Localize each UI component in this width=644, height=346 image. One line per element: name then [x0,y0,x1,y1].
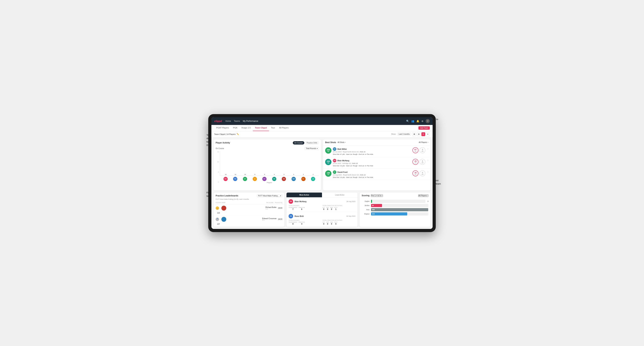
nav-link-performance[interactable]: My Performance [243,119,258,123]
stats-rounds-0: Total Rounds Tournament 7 Practice [288,205,322,210]
y-label-0: 0 [218,181,219,183]
shot-stats-2: 16 yds 0 yds [412,170,426,176]
card-header-activity: Player Activity On Course Practice Drill… [214,140,321,146]
app-label-1: APP [326,222,329,223]
eagles-track [371,200,426,203]
shot-details-0: Shot Dist: 67 yds · Start Lie: Rough · E… [333,154,411,155]
view-grid1-btn[interactable]: ⊞ [412,132,416,136]
leaderboard-filter-btn[interactable]: PUTT Must Make Putting ... ▾ [257,194,282,197]
rounds-title-1: Total Rounds [288,219,322,221]
shot-player-info-0: MM Matt Miller 09 Jun 2023 · Royal North… [333,147,411,155]
scoring-title: Scoring [362,194,370,197]
shots-all-shots-filter[interactable]: All Shots ▾ [338,141,346,143]
nav-link-teams[interactable]: Teams [234,119,240,123]
view-list-btn[interactable]: ≡ [426,132,430,136]
bar-group-1: 12 [231,174,240,176]
scoring-bars: Eagles 3 Birdies [360,199,430,218]
putt-val-0: 1 [334,208,338,210]
eagles-value: 3 [428,200,428,202]
y-axis: 15 10 5 0 [216,151,219,183]
player-info-0: Richard Butler ① 1 [266,206,276,210]
player-avatar-6: RB [282,177,286,181]
add-team-button[interactable]: Add Team [418,126,430,130]
app-val-1: 0 [326,223,329,225]
time-filter[interactable]: Last 3 months [398,133,411,136]
bell-icon[interactable]: 🔔 [416,120,419,123]
shot-badge-sub-0: SG [328,151,329,152]
shot-chevron-0[interactable]: › [428,147,428,150]
view-heart-btn[interactable]: ♥ [422,132,425,136]
shot-badge-num-2: 198 [327,172,330,174]
h-bar-bogeys: Bogeys 315 [362,212,428,215]
bogeys-bar-value: 315 [372,213,375,215]
shot-stat1-0: 67 yds [412,147,418,153]
shot-chevron-1[interactable]: › [428,159,428,162]
scoring-filter1[interactable]: Par 3, 4 & 5s ▾ [371,194,383,197]
leaderboard-row-1: 🥈 Edward Crossman ② 2 18/20 107 [214,215,284,227]
player-thumb-0 [222,206,226,211]
leaderboard-columns: PLAYER NAME PB SCORE PB AVG SQ [214,201,284,204]
app-label-0: APP [326,207,329,208]
player-avatar-4: EE [262,177,266,181]
tab-least-active[interactable]: Least Active [322,192,358,197]
active-player-row-1: RB Rees Britt 02 Sep 2023 Total Rounds T… [286,212,357,227]
tab-most-active[interactable]: Most Active [286,192,322,197]
player-avatar-3: JC [253,177,257,181]
edit-icon[interactable]: ✏️ [236,133,239,135]
subnav-tour[interactable]: Tour [269,125,277,131]
team-header-right: Show: Last 3 months ⊞ ⊟ ♥ ≡ [391,132,430,136]
rounds-row-0: Tournament 7 Practice 6 [288,207,322,210]
rounds-row-1: Tournament 8 Practice 4 [288,222,322,225]
plus-icon[interactable]: ⊕ [422,120,424,123]
main-content: Player Activity On Course Practice Drill… [212,137,432,229]
active-player-header-0: BM Blair McHarg 26 Aug 2023 [288,199,355,204]
player-info-1: Edward Crossman ② 2 [262,218,276,221]
bogeys-label: Bogeys [362,213,370,215]
shot-stat1-1: 43 yds [412,159,418,165]
arg-val-0: 0 [330,208,333,210]
pars-track: 499 [371,208,428,211]
rank-badge-0: 🏆 [216,206,219,210]
subnav-pgat[interactable]: PGAT Players [214,125,231,131]
player-avatar-7: MM [292,177,296,181]
nav-link-home[interactable]: Home [226,119,231,123]
bar-group-5: 4 [270,174,279,176]
stats-activities-1: Total Practice Activities GTT 0 APP [322,219,356,225]
player-avatar-9: LR [311,177,315,181]
shot-player-header-1: BM Blair McHarg [333,159,411,162]
subnav-hcaps[interactable]: Hcaps 1-5 [240,125,253,131]
search-icon[interactable]: 🔍 [406,120,409,123]
shot-badge-1: 200 SG [325,159,332,165]
player-avatar-8: EC [301,177,306,181]
scoring-filter2[interactable]: All Players ▾ [418,194,428,197]
shot-details-2: Shot Dist: 16 yds · Start Lie: Rough · E… [333,176,411,178]
birdies-bar-value: 96 [372,205,374,206]
view-grid2-btn[interactable]: ⊟ [417,132,421,136]
putt-val-1: 0 [334,223,338,225]
subnav-pga[interactable]: PGA [231,125,240,131]
chart-area: On Course Total Rounds ▾ 15 10 5 0 [214,146,321,190]
shots-all-players-filter[interactable]: All Players ▾ [419,141,428,143]
player-name-1: Edward Crossman [262,218,276,219]
users-icon[interactable]: 👥 [411,120,414,123]
pars-bar-value: 499 [372,209,375,211]
scoring-header: Scoring Par 3, 4 & 5s ▾ All Players ▾ [360,192,430,199]
practice-label-1: Practice [299,222,305,223]
shot-chevron-2[interactable]: › [428,170,428,173]
toggle-oncourse[interactable]: On Course [293,141,304,145]
toggle-practice[interactable]: Practice Drills [305,141,319,145]
chart-filter-btn[interactable]: Total Rounds ▾ [305,147,319,150]
activity-toggle-group: On Course Practice Drills [293,141,319,145]
avatar[interactable]: U [426,119,430,123]
chart-bars-wrapper: 13 12 10 [220,151,319,183]
shot-details-1: Shot Dist: 43 yds · Start Lie: Rough · E… [333,165,411,167]
subnav-team-clippd[interactable]: Team Clippd [253,125,269,131]
active-panel-header: Most Active Least Active [286,192,357,197]
practice-val-0: 6 [299,208,305,210]
birdies-label: Birdies [362,205,370,206]
shot-item-1: 200 SG BM Blair McHarg 23 Jul 2023 · Ash… [323,157,430,169]
avg-sq-1: 107 [216,223,220,225]
nav-icons: 🔍 👥 🔔 ⊕ U [406,119,430,123]
subnav-all-players[interactable]: All Players [277,125,291,131]
practice-val-1: 4 [299,223,305,225]
